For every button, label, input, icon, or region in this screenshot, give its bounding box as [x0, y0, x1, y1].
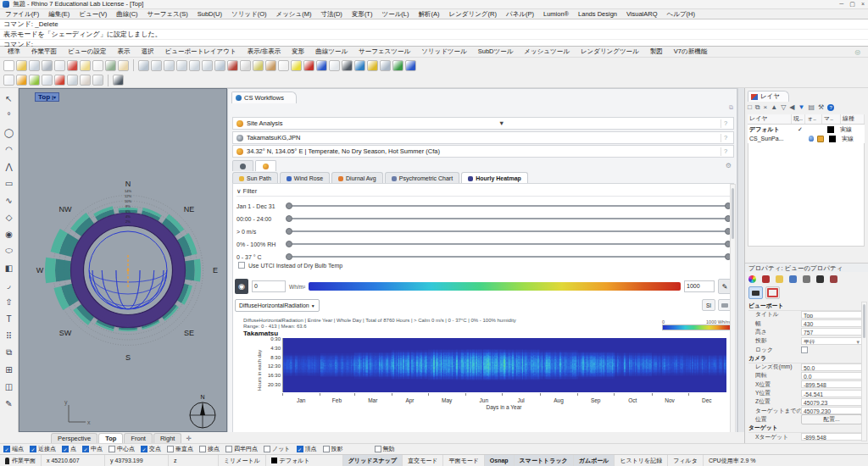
colorbar-max-input[interactable]: 1000: [684, 280, 715, 292]
new-file-icon[interactable]: [3, 60, 14, 71]
paint-icon[interactable]: ✎: [2, 395, 17, 412]
prop-value[interactable]: -54.541: [801, 390, 862, 397]
viewport-tab-right[interactable]: Right: [153, 433, 182, 443]
subtab-location[interactable]: [232, 160, 253, 171]
move-down-icon[interactable]: ▽: [781, 104, 786, 111]
zoom-selected-icon[interactable]: [176, 60, 187, 71]
menu-item-5[interactable]: SubD(U): [198, 10, 222, 18]
chart-tab-wind-rose[interactable]: Wind Rose: [280, 172, 330, 184]
tools-icon[interactable]: ⚒: [818, 104, 824, 111]
color-wheel-icon[interactable]: [748, 275, 756, 283]
prop-button[interactable]: 配置...: [801, 414, 862, 424]
cloud-gen-icon[interactable]: [92, 75, 103, 86]
collapse-icon[interactable]: ◀: [789, 104, 794, 111]
active-layer-cell[interactable]: デフォルト: [266, 455, 343, 466]
si-units-button[interactable]: SI: [702, 299, 715, 311]
polyline-icon[interactable]: ⋀: [2, 158, 17, 175]
osnap-0[interactable]: ✓端点: [3, 445, 24, 453]
viewport-tab-top[interactable]: Top: [98, 433, 123, 443]
osnap-7[interactable]: 接点: [199, 445, 220, 453]
osnap-checkbox[interactable]: ✓: [82, 446, 89, 452]
sphere-green-icon[interactable]: [392, 60, 403, 71]
sphere-earth-icon[interactable]: [354, 60, 365, 71]
menu-item-14[interactable]: Lumion®: [543, 10, 569, 18]
osnap-11[interactable]: 投影: [323, 445, 343, 453]
osnap-5[interactable]: ✓交点: [141, 445, 161, 453]
slider-track[interactable]: [287, 230, 730, 232]
layout-corner-icon[interactable]: [380, 60, 391, 71]
radiation-dome-icon[interactable]: [29, 75, 40, 86]
layer-row-1[interactable]: CS_SunPa...実線: [748, 134, 865, 143]
slider-handle-left[interactable]: [286, 202, 292, 209]
toolbar-tab-7[interactable]: 変形: [292, 47, 304, 56]
workflow-help-button[interactable]: ?: [721, 119, 730, 128]
toolbar-tab-0[interactable]: 標準: [8, 47, 20, 56]
osnap-10[interactable]: ✓頂点: [297, 445, 317, 453]
layers-column-0[interactable]: レイヤ: [748, 114, 792, 124]
osnap-1[interactable]: ✓近接点: [30, 445, 56, 453]
copy-icon[interactable]: [80, 60, 91, 71]
properties-scrollbar[interactable]: [861, 302, 867, 441]
menu-item-9[interactable]: 変形(T): [352, 10, 373, 19]
toolbar-tab-2[interactable]: ビューの設定: [68, 47, 107, 56]
group-icon[interactable]: ⧉: [2, 344, 17, 361]
viewport-tab-perspective[interactable]: Perspective: [51, 433, 97, 443]
open-folder-icon[interactable]: [16, 60, 27, 71]
menu-item-2[interactable]: ビュー(V): [79, 10, 107, 19]
sphere-icon[interactable]: ◉: [2, 225, 17, 242]
display-icon[interactable]: [789, 275, 797, 283]
osnap-checkbox[interactable]: ✓: [3, 446, 10, 452]
slider-handle-left[interactable]: [286, 253, 292, 260]
utci-checkbox-row[interactable]: Use UTCI Instead of Dry Bulb Temp: [238, 262, 342, 269]
subtab-analysis[interactable]: [255, 160, 276, 171]
new-layer-icon[interactable]: □: [748, 104, 752, 111]
coordinate-z[interactable]: z: [169, 455, 219, 466]
toolbar-tab-6[interactable]: 表示/非表示: [248, 47, 281, 56]
toggle-グリッドスナップ[interactable]: グリッドスナップ: [343, 455, 403, 466]
control-point-icon[interactable]: °: [2, 107, 17, 124]
layer-linetype[interactable]: 実線: [840, 125, 852, 134]
delete-layer-icon[interactable]: ×: [764, 104, 768, 111]
circle-icon[interactable]: ◯: [2, 124, 17, 141]
sunpath-cube-icon[interactable]: [16, 75, 27, 86]
layers-column-1[interactable]: 現..: [792, 114, 805, 124]
colorbar-min-input[interactable]: 0: [252, 280, 286, 292]
new-viewport-button[interactable]: ✛: [182, 434, 194, 443]
cplane-grid-icon[interactable]: [214, 60, 225, 71]
block-icon[interactable]: ◫: [2, 378, 17, 395]
rotate-view-icon[interactable]: [202, 60, 213, 71]
sphere-blue-icon[interactable]: [316, 60, 327, 71]
chart-tab-diurnal-avg[interactable]: Diurnal Avg: [331, 172, 383, 184]
menu-item-10[interactable]: ツール(L): [381, 10, 409, 19]
sphere-white-icon[interactable]: [329, 60, 340, 71]
duplicate-icon[interactable]: [54, 60, 65, 71]
toolbar-tab-15[interactable]: V7の新機能: [674, 47, 707, 56]
location-field[interactable]: TakamatsuKG,JPN ?: [232, 131, 734, 144]
text-icon[interactable]: T: [2, 310, 17, 327]
cs-workflows-tab[interactable]: CS Workflows: [231, 92, 297, 103]
utci-checkbox[interactable]: [238, 262, 245, 269]
save-icon[interactable]: [29, 60, 40, 71]
slider-track[interactable]: [287, 256, 730, 258]
toolbar-overflow-icon[interactable]: ◎: [854, 48, 860, 56]
arc-icon[interactable]: ◠: [2, 141, 17, 158]
array-icon[interactable]: ⠿: [2, 327, 17, 344]
osnap-checkbox[interactable]: ✓: [141, 446, 147, 452]
cs-panel-scrollbar[interactable]: [730, 184, 736, 442]
viewport-props-icon[interactable]: [748, 286, 763, 299]
freeform-curve-icon[interactable]: ∿: [2, 191, 17, 208]
toolbar-tab-3[interactable]: 表示: [118, 47, 131, 56]
toolbar-tab-11[interactable]: SubDツール: [478, 47, 514, 56]
slider-track[interactable]: [287, 218, 730, 219]
viewport-top[interactable]: Top |▾ NNEESESSWWNW14%12%10%8%6%4%2%Nyx: [19, 88, 227, 432]
panel-gear-icon[interactable]: ⚙: [726, 162, 732, 169]
eye-toggle-button[interactable]: ◉: [235, 279, 248, 294]
toolbar-tab-4[interactable]: 選択: [142, 47, 154, 56]
osnap-4[interactable]: 中心点: [108, 445, 135, 453]
menu-item-6[interactable]: ソリッド(O): [231, 10, 267, 19]
osnap-checkbox[interactable]: [323, 446, 330, 452]
print-icon[interactable]: [42, 60, 53, 71]
layers-column-4[interactable]: 線種: [841, 114, 865, 124]
prop-value[interactable]: 45079.230: [801, 407, 862, 414]
layer-lamp-icon[interactable]: [809, 136, 814, 141]
